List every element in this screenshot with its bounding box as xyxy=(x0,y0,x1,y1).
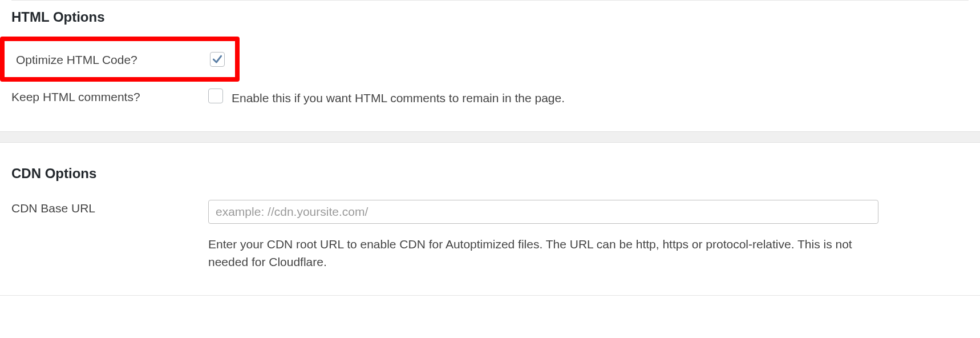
optimize-html-highlight: Optimize HTML Code? xyxy=(0,37,240,82)
cdn-base-url-input[interactable] xyxy=(208,200,878,224)
keep-comments-checkbox[interactable] xyxy=(208,88,223,103)
cdn-base-url-help: Enter your CDN root URL to enable CDN fo… xyxy=(208,235,878,271)
optimize-html-label: Optimize HTML Code? xyxy=(16,51,210,67)
section-divider xyxy=(0,131,980,143)
cdn-options-heading: CDN Options xyxy=(11,143,969,193)
optimize-html-checkbox[interactable] xyxy=(210,52,225,67)
bottom-border xyxy=(0,295,980,296)
check-icon xyxy=(212,54,223,65)
keep-comments-label: Keep HTML comments? xyxy=(11,88,208,104)
keep-comments-row: Keep HTML comments? Enable this if you w… xyxy=(11,82,969,114)
cdn-base-url-row: CDN Base URL Enter your CDN root URL to … xyxy=(11,193,969,278)
cdn-base-url-label: CDN Base URL xyxy=(11,200,208,215)
html-options-heading: HTML Options xyxy=(11,0,969,37)
html-options-section: HTML Options Optimize HTML Code? Keep HT… xyxy=(0,0,980,114)
cdn-options-section: CDN Options CDN Base URL Enter your CDN … xyxy=(0,143,980,278)
keep-comments-description: Enable this if you want HTML comments to… xyxy=(232,88,565,107)
